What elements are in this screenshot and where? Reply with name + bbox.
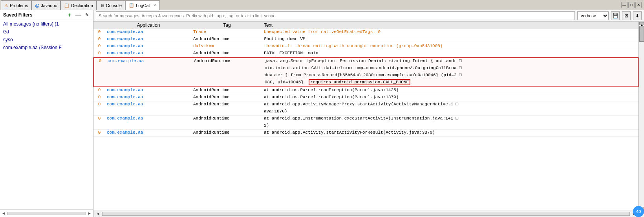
cell-text: dcaster } from ProcessRecord{b65b54a8 20… — [263, 72, 638, 78]
table-row[interactable]: 0 com.example.aa AndroidRuntime at andro… — [93, 94, 639, 101]
cell-app: com.example.aa — [105, 116, 192, 121]
tab-logcat-close[interactable]: ✕ — [153, 3, 156, 7]
cell-text: 2) — [262, 123, 639, 128]
table-row[interactable]: 0 com.example.aa AndroidRuntime Shutting… — [93, 36, 639, 43]
table-header: Application Tag Text — [93, 22, 639, 29]
tab-declaration[interactable]: 📋 Declaration — [60, 0, 97, 10]
cell-level: 0 — [93, 43, 105, 49]
horizontal-log-scrollbar[interactable] — [102, 212, 630, 216]
table-row[interactable]: 0 com.example.aa AndroidRuntime at andro… — [93, 87, 639, 94]
tab-console-label: Console — [106, 3, 122, 8]
scrollbar-up-arrow[interactable]: ▲ — [639, 22, 644, 25]
logcat-icon: 📋 — [129, 3, 134, 8]
cell-level: 0 — [93, 130, 105, 135]
cell-tag — [192, 72, 263, 73]
tab-logcat[interactable]: 📋 LogCat ✕ — [125, 0, 159, 10]
sidebar-bottom: ◄ ► — [0, 209, 93, 217]
cell-tag: AndroidRuntime — [192, 101, 262, 107]
cell-app — [106, 79, 192, 80]
cell-level: 0 — [93, 87, 105, 93]
add-filter-button[interactable]: + — [66, 12, 73, 18]
save-icon: 💾 — [613, 13, 618, 18]
cell-tag: AndroidRuntime — [192, 36, 262, 42]
cell-tag — [192, 65, 263, 66]
search-input[interactable] — [96, 11, 575, 20]
cell-tag: Trace — [192, 29, 262, 35]
table-row-line-2: oid.intent.action.CALL dat=tel:xxx cmp=c… — [94, 65, 638, 72]
cell-text: FATAL EXCEPTION: main — [262, 50, 639, 56]
table-row-line-4: 080, uid=10046} requires android.permiss… — [94, 79, 638, 86]
verbose-select[interactable]: verbose debug info warn error — [577, 11, 609, 20]
sidebar-item-all[interactable]: All messages (no filters) (1 — [0, 20, 93, 28]
table-row-line-1: 0 com.example.aa AndroidRuntime at andro… — [93, 101, 639, 108]
col-header-text: Text — [262, 22, 639, 28]
cell-tag — [192, 79, 263, 80]
edit-filter-button[interactable]: ✎ — [84, 12, 90, 18]
cell-text: ava:1870) — [262, 108, 639, 114]
table-row[interactable]: 0 com.example.aa AndroidRuntime at andro… — [93, 116, 639, 130]
cell-app — [106, 65, 192, 66]
scroll-to-bottom-button[interactable]: ⬇ — [633, 11, 642, 20]
scrollbar-thumb[interactable] — [639, 26, 644, 42]
sidebar-item-gj[interactable]: GJ — [0, 28, 93, 36]
tab-bar-right: — □ ✕ — [621, 2, 643, 8]
main-container: ⚠ Problems @ Javadoc 📋 Declaration 🖥 Con… — [0, 0, 644, 217]
cell-text: Shutting down VM — [262, 36, 639, 42]
cell-tag: dalvikvm — [192, 43, 262, 49]
log-toolbar: verbose debug info warn error 💾 ⊠ ⬇ — [93, 10, 644, 22]
tab-declaration-label: Declaration — [71, 3, 93, 8]
cell-app: com.example.aa — [106, 58, 192, 64]
minimize-button[interactable]: — — [621, 2, 628, 8]
cell-tag — [192, 108, 262, 109]
cell-text: Unexpected value from nativeGetEnabledTa… — [262, 29, 639, 35]
table-row-line-2: ava:1870) — [93, 108, 639, 116]
tab-logcat-label: LogCat — [136, 3, 150, 8]
sidebar-title: Saved Filters — [3, 12, 64, 18]
cell-level — [93, 123, 105, 123]
table-row[interactable]: 0 com.example.aa AndroidRuntime at andro… — [93, 101, 639, 116]
tab-javadoc-label: Javadoc — [41, 3, 57, 8]
clear-icon: ⊠ — [624, 13, 628, 18]
down-icon: ⬇ — [635, 13, 639, 18]
cell-level: 0 — [93, 116, 105, 121]
tab-bar: ⚠ Problems @ Javadoc 📋 Declaration 🖥 Con… — [0, 0, 644, 10]
scroll-right-button[interactable]: ► — [88, 211, 91, 215]
vertical-scrollbar[interactable]: ▲ ▼ 40 — [639, 22, 644, 217]
cell-level: 0 — [94, 58, 106, 64]
warning-icon: ⚠ — [4, 3, 8, 8]
cell-tag: AndroidRuntime — [192, 87, 262, 93]
save-button[interactable]: 💾 — [611, 11, 620, 20]
table-row[interactable]: 0 com.example.aa AndroidRuntime at andro… — [93, 130, 639, 137]
tab-problems[interactable]: ⚠ Problems — [1, 0, 31, 10]
scroll-left-btn[interactable]: ◄ — [95, 211, 101, 216]
cell-tag: AndroidRuntime — [192, 58, 263, 64]
sidebar-item-syso[interactable]: syso — [0, 36, 93, 44]
cell-level: 0 — [93, 101, 105, 107]
cell-text: 080, uid=10046} requires android.permiss… — [263, 79, 638, 85]
log-area: Application Tag Text 0 com.example.aa Tr… — [93, 22, 639, 217]
sidebar: Saved Filters + — ✎ All messages (no fil… — [0, 10, 93, 217]
table-row[interactable]: 0 com.example.aa AndroidRuntime FATAL EX… — [93, 50, 639, 57]
remove-filter-button[interactable]: — — [75, 12, 81, 18]
clear-button[interactable]: ⊠ — [622, 11, 631, 20]
table-row-selected[interactable]: 0 com.example.aa AndroidRuntime java.lan… — [93, 57, 639, 87]
permission-highlight: requires android.permission.CALL_PHONE — [309, 79, 410, 85]
close-button[interactable]: ✕ — [635, 2, 642, 8]
cell-text: java.lang.SecurityException: Permission … — [263, 58, 638, 64]
cell-app: com.example.aa — [105, 29, 192, 35]
cell-text: at android.app.Instrumentation.execStart… — [262, 116, 639, 121]
cell-tag: AndroidRuntime — [192, 116, 262, 121]
maximize-button[interactable]: □ — [628, 2, 635, 8]
cell-tag: AndroidRuntime — [192, 94, 262, 100]
table-row[interactable]: 0 com.example.aa dalvikvm threadid=1: th… — [93, 43, 639, 50]
sidebar-item-com[interactable]: com.example.aa (Session F — [0, 44, 93, 51]
tab-console[interactable]: 🖥 Console — [97, 0, 125, 10]
scroll-left-button[interactable]: ◄ — [2, 211, 5, 215]
horizontal-scrollbar[interactable] — [7, 212, 86, 215]
cell-app: com.example.aa — [105, 101, 192, 107]
table-row[interactable]: 0 com.example.aa Trace Unexpected value … — [93, 29, 639, 36]
declaration-icon: 📋 — [64, 3, 70, 8]
cell-text: at android.app.ActivityManagerProxy.star… — [262, 101, 639, 107]
log-body[interactable]: 0 com.example.aa Trace Unexpected value … — [93, 29, 639, 210]
tab-javadoc[interactable]: @ Javadoc — [31, 0, 60, 10]
